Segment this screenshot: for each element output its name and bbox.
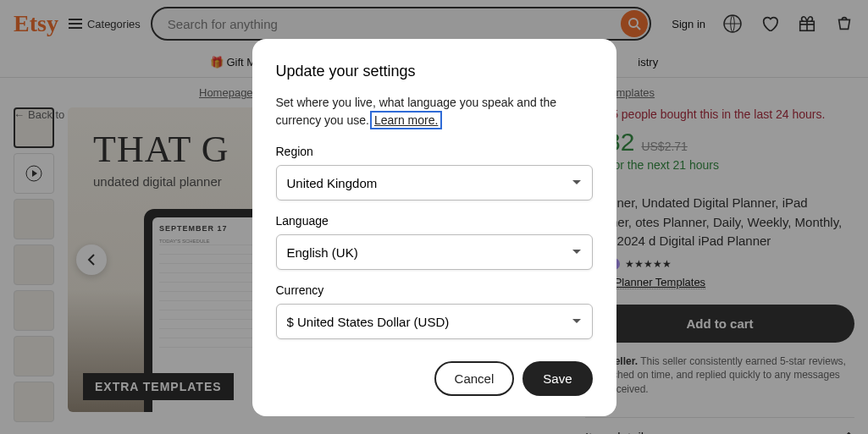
language-select-wrap: English (UK) (276, 234, 593, 270)
cancel-button[interactable]: Cancel (434, 361, 515, 396)
learn-more-link[interactable]: Learn more. (373, 113, 440, 127)
currency-select[interactable]: $ United States Dollar (USD) (276, 304, 593, 339)
modal-actions: Cancel Save (276, 361, 593, 396)
modal-description: Set where you live, what language you sp… (276, 94, 593, 129)
language-select[interactable]: English (UK) (276, 234, 593, 270)
modal-title: Update your settings (276, 63, 593, 80)
region-label: Region (276, 145, 593, 158)
currency-label: Currency (276, 283, 593, 297)
currency-select-wrap: $ United States Dollar (USD) (276, 304, 593, 339)
region-select[interactable]: United Kingdom (276, 165, 593, 201)
save-button[interactable]: Save (522, 361, 592, 396)
region-select-wrap: United Kingdom (276, 165, 593, 201)
language-label: Language (276, 214, 593, 228)
settings-modal: Update your settings Set where you live,… (252, 39, 616, 416)
modal-overlay[interactable]: Update your settings Set where you live,… (0, 0, 868, 434)
